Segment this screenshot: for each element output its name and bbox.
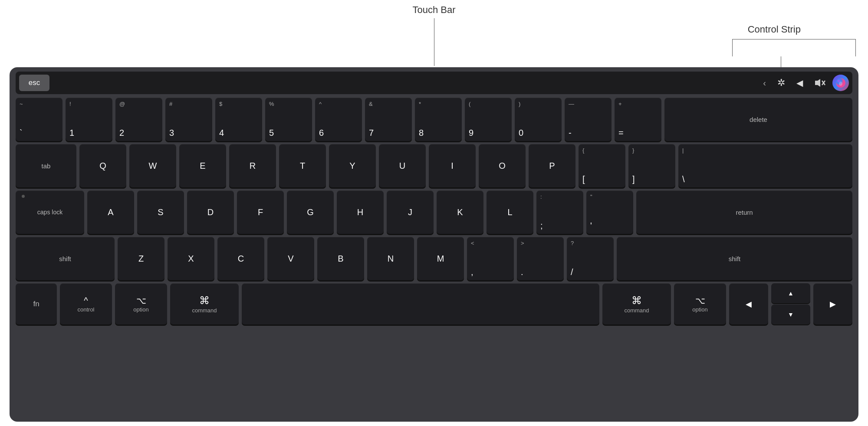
- touchbar-line: [434, 18, 434, 66]
- key-h[interactable]: H: [337, 190, 384, 234]
- touchbar-label: Touch Bar: [412, 4, 455, 16]
- touchbar: esc ‹ ✲ ◀: [16, 72, 852, 94]
- svg-marker-0: [815, 79, 820, 87]
- key-arrow-up[interactable]: ▲: [771, 283, 810, 303]
- key-command-right[interactable]: ⌘ command: [602, 283, 671, 324]
- key-7[interactable]: & 7: [365, 98, 412, 141]
- key-2[interactable]: @ 2: [115, 98, 162, 141]
- key-t[interactable]: T: [279, 144, 326, 187]
- key-arrow-down[interactable]: ▼: [771, 305, 810, 324]
- brightness-icon[interactable]: ✲: [773, 75, 789, 90]
- key-option-right[interactable]: ⌥ option: [674, 283, 726, 324]
- key-x[interactable]: X: [168, 237, 214, 280]
- key-k[interactable]: K: [437, 190, 483, 234]
- key-u[interactable]: U: [379, 144, 426, 187]
- key-w[interactable]: W: [129, 144, 176, 187]
- key-y[interactable]: Y: [329, 144, 376, 187]
- key-j[interactable]: J: [387, 190, 434, 234]
- key-p[interactable]: P: [529, 144, 575, 187]
- modifier-row: fn ^ control ⌥ option ⌘ command ⌘ comman…: [16, 283, 852, 324]
- key-8[interactable]: * 8: [415, 98, 462, 141]
- key-shift-left[interactable]: shift: [16, 237, 115, 280]
- key-tab[interactable]: tab: [16, 144, 76, 187]
- key-quote[interactable]: " ': [586, 190, 633, 234]
- key-9[interactable]: ( 9: [465, 98, 512, 141]
- arrow-up-down-stack: ▲ ▼: [771, 283, 810, 324]
- key-backtick[interactable]: ~ `: [16, 98, 62, 141]
- zxcv-row: shift Z X C V B N M < , > . ? / shift: [16, 237, 852, 280]
- touchbar-chevron[interactable]: ‹: [759, 76, 770, 90]
- asdf-row: caps lock A S D F G H J K L : ; " ' retu…: [16, 190, 852, 234]
- key-5[interactable]: % 5: [265, 98, 312, 141]
- key-equals[interactable]: + =: [615, 98, 661, 141]
- key-i[interactable]: I: [429, 144, 476, 187]
- key-l[interactable]: L: [487, 190, 533, 234]
- key-return[interactable]: return: [636, 190, 852, 234]
- key-bracket-r[interactable]: } ]: [628, 144, 675, 187]
- key-option-left[interactable]: ⌥ option: [115, 283, 167, 324]
- key-d[interactable]: D: [187, 190, 234, 234]
- key-period[interactable]: > .: [517, 237, 564, 280]
- keyboard: esc ‹ ✲ ◀: [10, 67, 858, 422]
- key-e[interactable]: E: [179, 144, 226, 187]
- siri-button[interactable]: [832, 75, 849, 91]
- key-q[interactable]: Q: [79, 144, 126, 187]
- key-comma[interactable]: < ,: [467, 237, 514, 280]
- key-fn[interactable]: fn: [16, 283, 57, 324]
- volume-icon[interactable]: ◀: [792, 76, 807, 90]
- key-semicolon[interactable]: : ;: [536, 190, 583, 234]
- key-delete[interactable]: delete: [664, 98, 852, 141]
- key-b[interactable]: B: [317, 237, 364, 280]
- qwerty-row: tab Q W E R T Y U I O P { [ } ] | \: [16, 144, 852, 187]
- number-row: ~ ` ! 1 @ 2 # 3 $ 4 % 5 ^ 6 & 7: [16, 98, 852, 141]
- key-bracket-l[interactable]: { [: [579, 144, 625, 187]
- key-4[interactable]: $ 4: [215, 98, 262, 141]
- key-v[interactable]: V: [267, 237, 314, 280]
- annotation-area: Touch Bar Control Strip: [0, 0, 868, 78]
- key-m[interactable]: M: [417, 237, 464, 280]
- key-1[interactable]: ! 1: [66, 98, 112, 141]
- controlstrip-bracket: [732, 39, 856, 56]
- key-n[interactable]: N: [367, 237, 414, 280]
- key-arrow-right[interactable]: ▶: [813, 283, 852, 324]
- key-s[interactable]: S: [137, 190, 184, 234]
- key-0[interactable]: ) 0: [515, 98, 562, 141]
- key-slash[interactable]: ? /: [567, 237, 614, 280]
- key-3[interactable]: # 3: [165, 98, 212, 141]
- key-space[interactable]: [242, 283, 599, 324]
- esc-key[interactable]: esc: [19, 75, 49, 91]
- key-backslash[interactable]: | \: [678, 144, 852, 187]
- controlstrip-label: Control Strip: [748, 24, 801, 35]
- caps-lock-indicator: [22, 195, 25, 198]
- key-z[interactable]: Z: [118, 237, 164, 280]
- key-control[interactable]: ^ control: [60, 283, 112, 324]
- key-command-left[interactable]: ⌘ command: [170, 283, 239, 324]
- key-caps-lock[interactable]: caps lock: [16, 190, 84, 234]
- key-arrow-left[interactable]: ◀: [729, 283, 768, 324]
- key-o[interactable]: O: [479, 144, 526, 187]
- key-a[interactable]: A: [87, 190, 134, 234]
- key-r[interactable]: R: [229, 144, 276, 187]
- key-shift-right[interactable]: shift: [617, 237, 852, 280]
- key-6[interactable]: ^ 6: [315, 98, 362, 141]
- svg-point-4: [839, 82, 842, 86]
- key-g[interactable]: G: [287, 190, 334, 234]
- mute-icon[interactable]: [810, 76, 830, 89]
- key-minus[interactable]: — -: [565, 98, 612, 141]
- key-f[interactable]: F: [237, 190, 284, 234]
- key-c[interactable]: C: [217, 237, 264, 280]
